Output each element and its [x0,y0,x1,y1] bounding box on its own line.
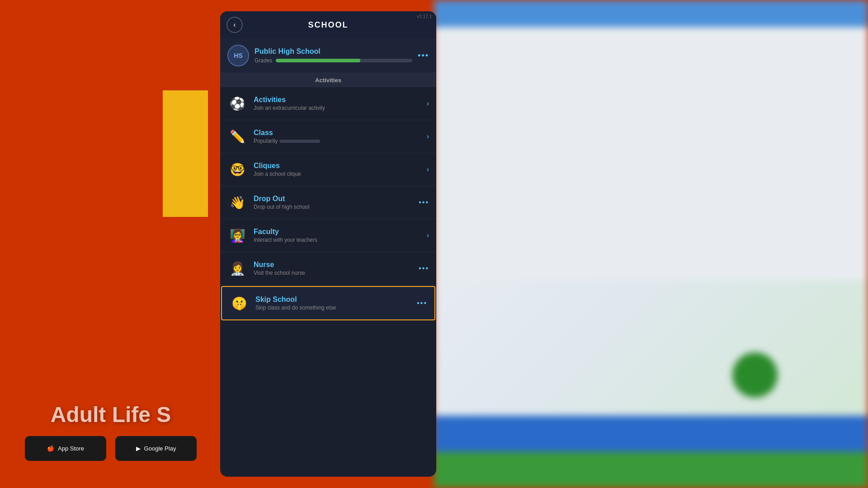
grades-label: Grades [255,57,272,64]
nurse-desc: Visit the school nurse [254,270,412,276]
cliques-arrow: › [427,165,429,174]
class-label: Class [254,129,420,137]
faculty-label: Faculty [254,228,420,236]
play-icon: ▶ [136,445,141,452]
skipschool-icon: 🤫 [229,293,249,313]
google-play-badge[interactable]: ▶ Google Play [115,436,197,461]
cliques-icon: 🤓 [227,160,247,179]
skipschool-desc: Skip class and do something else [255,305,410,311]
panel-title: SCHOOL [308,20,348,30]
activities-label: Activities [254,96,420,104]
class-icon: ✏️ [227,127,247,146]
menu-item-faculty[interactable]: 👩‍🏫 Faculty Interact with your teachers … [220,219,436,252]
school-panel: ‹ SCHOOL v3.17.1 HS Public High School G… [220,11,436,477]
school-more-dots[interactable]: ••• [418,51,429,61]
activities-desc: Join an extracurricular activity [254,105,420,111]
class-content: Class Popularity [254,129,420,144]
skipschool-label: Skip School [255,296,410,304]
menu-item-class[interactable]: ✏️ Class Popularity › [220,120,436,153]
google-play-label: Google Play [144,445,176,452]
store-badges: 🍎 App Store ▶ Google Play [25,436,197,461]
nurse-icon: 👩‍⚕️ [227,258,247,278]
bg-left-text: Adult Life S [51,402,171,427]
school-name: Public High School [255,47,412,56]
class-desc: Popularity [254,138,420,144]
dropout-dots[interactable]: ••• [419,198,429,206]
menu-item-cliques[interactable]: 🤓 Cliques Join a school clique › [220,153,436,186]
menu-item-dropout[interactable]: 👋 Drop Out Drop out of high school ••• [220,186,436,219]
popularity-bar [279,140,320,143]
nurse-label: Nurse [254,261,412,269]
activities-icon: ⚽ [227,94,247,113]
skipschool-content: Skip School Skip class and do something … [255,296,410,311]
faculty-arrow: › [427,231,429,239]
app-store-label: App Store [58,445,84,452]
app-store-badge[interactable]: 🍎 App Store [25,436,106,461]
back-button[interactable]: ‹ [226,17,243,33]
nurse-content: Nurse Visit the school nurse [254,261,412,276]
dropout-content: Drop Out Drop out of high school [254,195,412,210]
menu-item-activities[interactable]: ⚽ Activities Join an extracurricular act… [220,87,436,120]
cliques-desc: Join a school clique [254,171,420,177]
school-info: Public High School Grades [255,47,412,64]
dropout-label: Drop Out [254,195,412,203]
activities-arrow: › [427,99,429,108]
section-divider: Activities [220,73,436,87]
nurse-dots[interactable]: ••• [419,264,429,272]
school-logo: HS [227,45,249,66]
apple-icon: 🍎 [47,445,54,452]
menu-item-nurse[interactable]: 👩‍⚕️ Nurse Visit the school nurse ••• [220,252,436,285]
class-arrow: › [427,132,429,141]
menu-item-skipschool[interactable]: 🤫 Skip School Skip class and do somethin… [221,286,435,320]
skipschool-dots[interactable]: ••• [417,299,427,307]
school-grades-row: Grades [255,57,412,64]
grade-bar [276,59,412,62]
faculty-icon: 👩‍🏫 [227,225,247,245]
bg-right-panel [434,0,868,488]
grade-bar-fill [276,59,360,62]
cliques-content: Cliques Join a school clique [254,162,420,177]
school-card: HS Public High School Grades ••• [220,38,436,73]
panel-header: ‹ SCHOOL v3.17.1 [220,11,436,38]
faculty-desc: Interact with your teachers [254,237,420,243]
menu-list: ⚽ Activities Join an extracurricular act… [220,87,436,477]
bg-circle [732,352,778,398]
cliques-label: Cliques [254,162,420,170]
dropout-desc: Drop out of high school [254,204,412,210]
bg-yellow-rect [163,90,208,217]
dropout-icon: 👋 [227,192,247,212]
faculty-content: Faculty Interact with your teachers [254,228,420,243]
back-icon: ‹ [233,21,236,29]
popularity-text: Popularity [254,138,279,144]
activities-content: Activities Join an extracurricular activ… [254,96,420,111]
version-badge: v3.17.1 [417,14,432,19]
